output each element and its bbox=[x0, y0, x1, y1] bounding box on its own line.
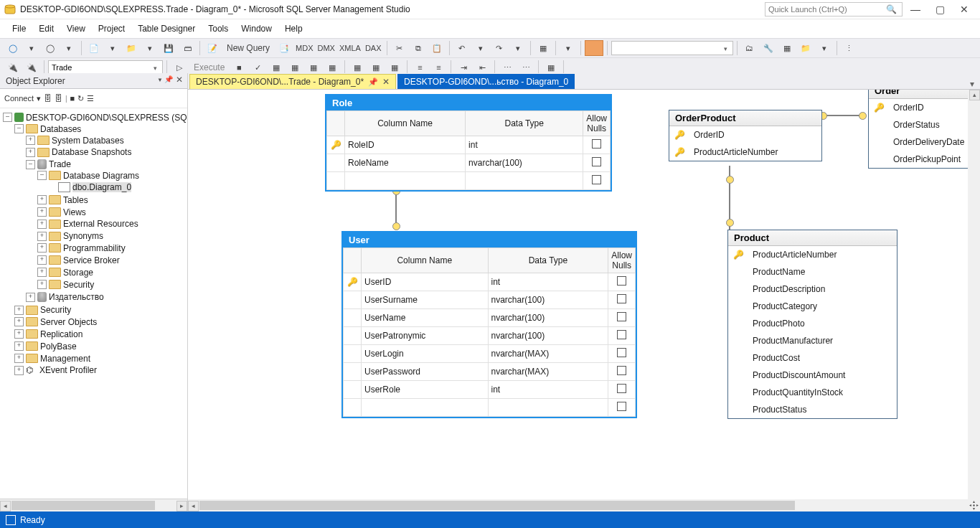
new-dd[interactable]: ▾ bbox=[104, 41, 121, 55]
tab-strip: DESKTOP-GDI6OND\...Trade - Diagram_0* 📌 … bbox=[188, 73, 980, 77]
zoom-dd[interactable]: ▾ bbox=[560, 41, 577, 55]
open-button[interactable]: 📁 bbox=[123, 41, 140, 55]
cut-button[interactable]: ✂ bbox=[391, 41, 408, 55]
results-file-button[interactable]: ▦ bbox=[386, 60, 403, 75]
activity-button[interactable] bbox=[585, 40, 603, 56]
object-explorer-header: Object Explorer ▼ 📌 ✕ bbox=[0, 73, 187, 77]
close-tab-icon[interactable]: ✕ bbox=[382, 77, 390, 77]
pin-icon[interactable]: 📌 bbox=[164, 75, 173, 77]
execute-button[interactable]: Execute bbox=[189, 62, 229, 72]
uncomment-button[interactable]: ≡ bbox=[430, 60, 447, 75]
execute-icon[interactable]: ▷ bbox=[171, 60, 188, 75]
plan-button[interactable]: ▦ bbox=[268, 60, 285, 75]
tool-folder-icon[interactable]: 📁 bbox=[797, 41, 814, 55]
results-grid-button[interactable]: ▦ bbox=[349, 60, 366, 75]
mdx-button[interactable]: MDX bbox=[294, 41, 314, 55]
svg-point-1 bbox=[5, 5, 15, 8]
connect-button[interactable]: 🔌 bbox=[4, 60, 22, 75]
redo-dd[interactable]: ▾ bbox=[509, 41, 527, 55]
plan3-button[interactable]: ▦ bbox=[305, 60, 322, 75]
minimize-button[interactable]: — bbox=[904, 2, 927, 16]
close-button[interactable]: ✕ bbox=[953, 2, 976, 16]
window-title: DESKTOP-GDI6OND\SQLEXPRESS.Trade - Diagr… bbox=[20, 4, 765, 14]
redo-button[interactable]: ↷ bbox=[491, 41, 508, 55]
grid-button[interactable]: ▦ bbox=[534, 41, 552, 55]
outdent-button[interactable]: ⇤ bbox=[473, 60, 491, 75]
paste-button[interactable]: 📋 bbox=[428, 41, 446, 55]
panel-menu-icon[interactable]: ▼ bbox=[157, 77, 163, 77]
dmx-button[interactable]: DMX bbox=[316, 41, 336, 55]
search-icon: 🔍 bbox=[886, 4, 897, 14]
plan2-button[interactable]: ▦ bbox=[286, 60, 303, 75]
results-text-button[interactable]: ▦ bbox=[367, 60, 385, 75]
maximize-button[interactable]: ▢ bbox=[928, 2, 951, 16]
quick-launch[interactable]: 🔍 bbox=[765, 2, 903, 16]
menu-window[interactable]: Window bbox=[235, 21, 278, 37]
close-panel-icon[interactable]: ✕ bbox=[176, 75, 183, 77]
copy-button[interactable]: ⧉ bbox=[410, 41, 427, 55]
specify2-button[interactable]: ⋯ bbox=[517, 60, 534, 75]
nav-back-button[interactable]: ◯ bbox=[4, 41, 22, 55]
open-dd[interactable]: ▾ bbox=[141, 41, 159, 55]
object-explorer-title: Object Explorer bbox=[6, 76, 65, 78]
tab-label: DESKTOP-GDI6OND\...ьство - Diagram_0 bbox=[404, 77, 568, 77]
nav-fwd-button[interactable]: ◯ bbox=[42, 41, 59, 55]
undo-dd[interactable]: ▾ bbox=[472, 41, 489, 55]
server-combo[interactable] bbox=[611, 41, 733, 55]
database-combo[interactable] bbox=[48, 60, 163, 75]
quick-launch-input[interactable] bbox=[765, 4, 886, 15]
comment-button[interactable]: ≡ bbox=[411, 60, 428, 75]
menu-table-designer[interactable]: Table Designer bbox=[131, 21, 202, 37]
pin-icon[interactable]: 📌 bbox=[368, 77, 378, 78]
app-logo-icon bbox=[4, 4, 16, 15]
nav-fwd-dd[interactable]: ▾ bbox=[60, 41, 77, 55]
tool-dd[interactable]: ▾ bbox=[816, 41, 833, 55]
tool-wrench-icon[interactable]: 🔧 bbox=[760, 41, 777, 55]
xmla-button[interactable]: XMLA bbox=[338, 41, 362, 55]
tab-label: DESKTOP-GDI6OND\...Trade - Diagram_0* bbox=[196, 77, 364, 77]
save-button[interactable]: 💾 bbox=[160, 41, 177, 55]
undo-button[interactable]: ↶ bbox=[453, 41, 471, 55]
menu-bar: File Edit View Project Table Designer To… bbox=[0, 19, 980, 38]
registered-servers-button[interactable]: 🗂 bbox=[741, 41, 758, 55]
save-all-button[interactable]: 🗃 bbox=[179, 41, 196, 55]
menu-help[interactable]: Help bbox=[278, 21, 309, 37]
new-query-icon[interactable]: 📝 bbox=[204, 41, 221, 55]
tab-diagram-trade[interactable]: DESKTOP-GDI6OND\...Trade - Diagram_0* 📌 … bbox=[189, 74, 396, 77]
menu-project[interactable]: Project bbox=[92, 21, 131, 37]
dax-button[interactable]: DAX bbox=[364, 41, 383, 55]
indent-button[interactable]: ⇥ bbox=[455, 60, 472, 75]
stop-button[interactable]: ■ bbox=[230, 60, 248, 75]
main-area: DESKTOP-GDI6OND\...Trade - Diagram_0* 📌 … bbox=[188, 73, 980, 77]
new-button[interactable]: 📄 bbox=[85, 41, 103, 55]
tab-diagram-publishing[interactable]: DESKTOP-GDI6OND\...ьство - Diagram_0 bbox=[397, 74, 575, 77]
object-explorer-panel: Object Explorer ▼ 📌 ✕ Connect ▾ 🗄 🗄 | ■ … bbox=[0, 73, 188, 77]
disconnect-button[interactable]: 🔌 bbox=[23, 60, 40, 75]
menu-tools[interactable]: Tools bbox=[202, 21, 235, 37]
nav-back-dd[interactable]: ▾ bbox=[23, 41, 40, 55]
tool-grid-icon[interactable]: ▦ bbox=[778, 41, 796, 55]
new-query-button[interactable]: New Query bbox=[222, 41, 274, 55]
clientstats-button[interactable]: ▦ bbox=[542, 60, 560, 75]
parse-button[interactable]: ✓ bbox=[249, 60, 266, 75]
menu-edit[interactable]: Edit bbox=[32, 21, 60, 37]
overflow-icon[interactable]: ⋮ bbox=[841, 41, 858, 55]
menu-file[interactable]: File bbox=[6, 21, 32, 37]
xq-button[interactable]: 📑 bbox=[275, 41, 293, 55]
plan4-button[interactable]: ▦ bbox=[324, 60, 341, 75]
specify-button[interactable]: ⋯ bbox=[499, 60, 516, 75]
menu-view[interactable]: View bbox=[60, 21, 92, 37]
main-toolbar: ◯ ▾ ◯ ▾ 📄 ▾ 📁 ▾ 💾 🗃 📝 New Query 📑 MDX DM… bbox=[0, 38, 980, 58]
title-bar: DESKTOP-GDI6OND\SQLEXPRESS.Trade - Diagr… bbox=[0, 0, 980, 19]
